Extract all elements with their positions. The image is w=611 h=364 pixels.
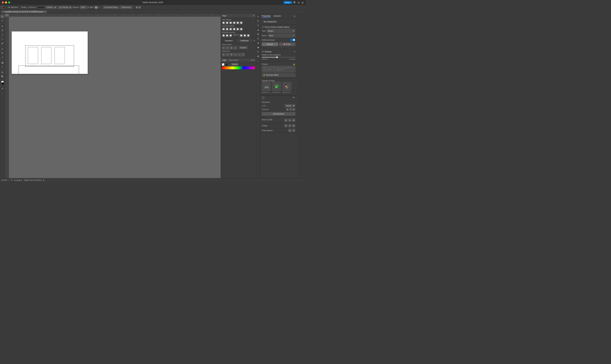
chevron-down-icon[interactable]: ▼ — [262, 26, 264, 28]
styles-select[interactable]: None ▼ — [268, 34, 295, 37]
zoom-value[interactable]: 43.91% — [1, 179, 7, 181]
layers-icon[interactable]: ≡ — [0, 86, 4, 90]
trim-btn[interactable]: ⊟ — [226, 53, 229, 56]
sample-item-1[interactable]: 🚲 Illustration of... — [262, 82, 271, 93]
appearance-icon[interactable]: ◎ — [256, 37, 260, 40]
minimize-button[interactable] — [5, 1, 7, 3]
blend-tool[interactable]: ⚬ — [0, 65, 4, 69]
merge-btn[interactable]: ⊠ — [230, 53, 233, 56]
status-arrow-icon[interactable]: ▶ — [43, 179, 44, 181]
align-right-btn[interactable]: ⬜ — [229, 21, 232, 24]
libraries-tab[interactable]: Libraries — [274, 15, 281, 18]
dist-top-btn[interactable]: ⬜ — [232, 27, 236, 31]
panel-icon[interactable]: ▤ — [301, 1, 304, 4]
hex-value[interactable]: 9b9b9b — [231, 63, 239, 66]
more-options-btn[interactable]: ••• — [292, 96, 295, 99]
intersect-btn[interactable]: ⊠ — [230, 46, 233, 50]
artboard-tool[interactable]: ⊡ — [0, 70, 4, 74]
close-button[interactable] — [2, 1, 4, 3]
style-swatch[interactable] — [95, 6, 98, 9]
artboard-number[interactable]: 1 — [289, 108, 292, 111]
dist-space-v-btn[interactable]: ⬜ — [226, 34, 229, 37]
dist-space-3-btn[interactable]: ⬜ — [229, 34, 232, 37]
minus-back-btn[interactable]: ⊟ — [241, 53, 245, 56]
align-bottom-btn[interactable]: ⬜ — [239, 21, 243, 24]
ruler-icon[interactable]: ⊞ — [284, 118, 288, 122]
rotate-tool[interactable]: ↻ — [0, 51, 4, 55]
align-menu-icon[interactable]: ☰ — [253, 14, 255, 17]
sample-item-2[interactable]: 🐲 Cute baby dr... — [272, 82, 281, 93]
gradient-tool[interactable]: ▤ — [0, 61, 4, 65]
dist-space-h-btn[interactable]: ⬜ — [222, 34, 225, 37]
pathfinder-menu-icon[interactable]: ☰ — [252, 39, 256, 42]
edit-artboards-button[interactable]: Edit Artboards — [262, 112, 295, 116]
perspective-icon[interactable]: ⊠ — [292, 118, 295, 122]
generate-button[interactable]: ⚡ Generate (Beta) — [262, 73, 295, 77]
align-to-btn1[interactable]: ⬜ — [239, 34, 243, 37]
symbols-icon[interactable]: ◆ — [256, 45, 260, 49]
align-left-btn[interactable]: ⬜ — [222, 21, 225, 24]
stroke-color-swatch[interactable] — [1, 82, 4, 85]
artboard-panel-icon[interactable]: ⊡ — [256, 19, 260, 23]
expand-btn[interactable]: Expand — [239, 46, 248, 49]
pathfinder-tab[interactable]: Pathfinder — [237, 39, 252, 42]
guides-icon2[interactable]: ⊟ — [288, 124, 291, 127]
round-type-select[interactable]: 3 pt. Round — [57, 6, 72, 9]
search-icon[interactable]: 🔍 — [293, 1, 296, 4]
artboard-prev-btn[interactable]: ◀ — [286, 108, 289, 111]
color-guide-tab[interactable]: Color Guide — [229, 59, 238, 61]
dist-left-btn[interactable]: ⬜ — [222, 27, 225, 31]
page-prev-icon[interactable]: ◀ — [16, 179, 17, 181]
window-controls[interactable] — [2, 1, 10, 3]
props-menu-icon[interactable]: ☰ — [294, 15, 295, 17]
settings-chevron-icon[interactable]: ▼ — [294, 51, 295, 52]
sample-item-3[interactable]: 🦅 Black and whi... — [282, 82, 292, 93]
eraser-tool[interactable]: ◻ — [0, 47, 4, 51]
paint-tool[interactable]: 🖌 — [0, 41, 4, 45]
unite-btn[interactable]: ⊞ — [222, 46, 226, 50]
opacity-input[interactable] — [80, 6, 87, 9]
guides-icon3[interactable]: ⊠ — [292, 124, 295, 127]
more-tools-btn[interactable]: … — [0, 91, 4, 94]
info-icon[interactable]: ⓘ — [262, 96, 265, 99]
dist-center-h-btn[interactable]: ⬜ — [226, 27, 229, 31]
artwork-button[interactable]: Artwork — [262, 43, 278, 46]
dist-bottom-btn[interactable]: ⬜ — [239, 27, 243, 31]
transform-tab[interactable]: Transform — [221, 39, 237, 42]
color-menu-icon[interactable]: ☰ — [253, 59, 255, 61]
exclude-btn[interactable]: ⊡ — [234, 46, 237, 50]
divide-btn[interactable]: ⊞ — [222, 53, 226, 56]
view-btn1[interactable]: ⊞ — [136, 6, 138, 9]
page-first-icon[interactable]: ⏮ — [14, 179, 16, 181]
snap-icon2[interactable]: ⊟ — [292, 129, 295, 132]
document-setup-button[interactable]: Document Setup — [103, 6, 119, 9]
crop-btn[interactable]: ⊡ — [234, 53, 237, 56]
artboard-next-btn[interactable]: ▶ — [293, 108, 295, 111]
graphic-styles-icon[interactable]: ◈ — [256, 41, 260, 45]
maximize-button[interactable] — [8, 1, 10, 3]
units-select[interactable]: Inches — [285, 104, 295, 107]
shape-tool[interactable]: □ — [0, 37, 4, 41]
grid-icon[interactable]: ⊞ — [297, 1, 300, 4]
detail-slider-container[interactable] — [262, 57, 295, 58]
align-top-btn[interactable]: ⬜ — [232, 21, 236, 24]
page-last-icon[interactable]: ⏭ — [21, 179, 22, 181]
slider-thumb[interactable] — [276, 56, 278, 58]
direct-selection-tool[interactable]: ↗ — [0, 19, 4, 23]
color-tab[interactable]: Color — [222, 59, 226, 61]
color-gradient-bar[interactable] — [222, 66, 255, 69]
align-center-v-btn[interactable]: ⬜ — [236, 21, 239, 24]
page-next-icon[interactable]: ▶ — [19, 179, 20, 181]
guides-icon1[interactable]: ⊞ — [284, 124, 288, 127]
tab-close-icon[interactable]: ✕ — [44, 11, 45, 13]
preferences-button[interactable]: Preferences — [120, 6, 133, 9]
white-swatch[interactable] — [222, 63, 224, 66]
stroke-type-select[interactable]: Uniform — [45, 6, 57, 9]
properties-tab[interactable]: Properties — [262, 15, 271, 18]
libraries-icon[interactable]: ☁ — [256, 28, 260, 32]
align-center-h-btn[interactable]: ⬜ — [226, 21, 229, 24]
align-to-btn3[interactable]: ⬜ — [247, 34, 250, 37]
minus-btn[interactable]: ⊟ — [226, 46, 229, 50]
grid-icon[interactable]: ⊟ — [288, 118, 291, 122]
transform-icon[interactable]: ⊞ — [256, 32, 260, 36]
